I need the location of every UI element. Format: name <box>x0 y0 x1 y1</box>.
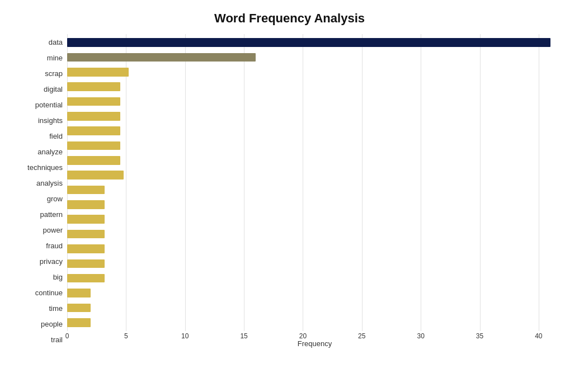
bar-row <box>67 286 562 300</box>
x-tick-label: 0 <box>65 332 69 340</box>
x-tick-label: 35 <box>476 332 483 340</box>
bar-row <box>67 65 562 79</box>
chart-container: Word Frequency Analysis dataminescrapdig… <box>0 0 579 392</box>
y-label: big <box>53 273 63 281</box>
y-label: analysis <box>36 180 63 187</box>
y-labels: dataminescrapdigitalpotentialinsightsfie… <box>17 34 67 348</box>
y-label: analyze <box>37 148 63 155</box>
bar-row <box>67 109 562 124</box>
bar <box>67 38 550 47</box>
bar-row <box>67 197 562 212</box>
bar-row <box>67 94 562 108</box>
y-label: field <box>49 133 63 140</box>
x-tick-label: 15 <box>240 332 247 340</box>
bar-row <box>67 124 562 138</box>
x-tick-label: 10 <box>181 332 189 340</box>
bar <box>67 156 120 165</box>
bar <box>67 259 105 268</box>
bar <box>67 97 120 106</box>
y-label: fraud <box>46 242 63 249</box>
chart-title: Word Frequency Analysis <box>17 11 562 26</box>
y-label: trail <box>51 336 63 343</box>
y-label: data <box>49 39 63 46</box>
y-label: privacy <box>40 258 63 265</box>
y-label: power <box>43 226 63 234</box>
bar <box>67 230 105 239</box>
x-tick-label: 20 <box>299 332 307 340</box>
x-tick-label: 40 <box>535 332 542 340</box>
bar <box>67 53 256 62</box>
bar-row <box>67 300 562 315</box>
bar <box>67 318 91 327</box>
plot-area: Frequency 0510152025303540 <box>67 34 562 348</box>
bar-row <box>67 138 562 153</box>
bar-row <box>67 153 562 168</box>
bar <box>67 244 105 253</box>
y-label: people <box>41 320 63 328</box>
y-label: continue <box>35 289 63 296</box>
y-label: insights <box>38 117 63 124</box>
bar <box>67 82 120 91</box>
bar-row <box>67 35 562 50</box>
bar-row <box>67 256 562 271</box>
bar-row <box>67 315 562 330</box>
chart-area: dataminescrapdigitalpotentialinsightsfie… <box>17 34 562 348</box>
y-label: techniques <box>27 164 63 171</box>
bar <box>67 171 124 180</box>
bar <box>67 200 105 209</box>
bar-row <box>67 212 562 226</box>
bar-row <box>67 226 562 241</box>
bar <box>67 186 105 195</box>
y-label: mine <box>47 54 63 62</box>
bar-row <box>67 242 562 256</box>
x-axis-title: Frequency <box>67 339 562 348</box>
x-tick-label: 30 <box>417 332 424 340</box>
x-axis-labels: Frequency 0510152025303540 <box>67 331 562 348</box>
bar <box>67 141 120 150</box>
bar <box>67 68 129 77</box>
bar <box>67 274 105 283</box>
y-label: digital <box>44 86 63 93</box>
y-label: grow <box>47 195 63 202</box>
bar <box>67 126 120 135</box>
bars-container <box>67 34 562 331</box>
y-label: scrap <box>45 70 63 77</box>
bar <box>67 112 120 121</box>
x-tick-label: 25 <box>358 332 365 340</box>
y-label: time <box>49 305 63 312</box>
bar-row <box>67 50 562 64</box>
bar-row <box>67 182 562 197</box>
bar-row <box>67 271 562 286</box>
y-label: pattern <box>40 211 63 218</box>
bar <box>67 215 105 224</box>
bar-row <box>67 168 562 182</box>
bar <box>67 289 91 297</box>
x-tick-label: 5 <box>124 332 128 340</box>
bar <box>67 304 91 313</box>
bar-row <box>67 79 562 94</box>
y-label: potential <box>35 101 63 108</box>
